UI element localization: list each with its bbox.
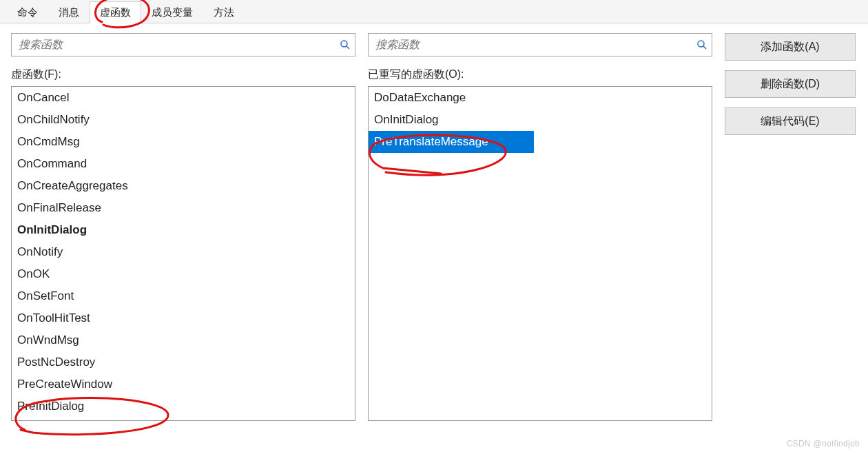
- list-item[interactable]: OnOK: [12, 263, 355, 285]
- list-item[interactable]: OnCommand: [12, 153, 355, 175]
- svg-line-1: [347, 46, 349, 49]
- tab-member-variables[interactable]: 成员变量: [141, 1, 203, 23]
- search-icon: [340, 39, 351, 50]
- svg-point-0: [341, 41, 347, 47]
- list-item[interactable]: OnInitDialog: [12, 219, 355, 241]
- search-left[interactable]: [11, 33, 355, 56]
- watermark-text: CSDN @notfindjob: [787, 439, 860, 448]
- edit-code-button[interactable]: 编辑代码(E): [725, 107, 856, 135]
- delete-function-button[interactable]: 删除函数(D): [725, 70, 856, 98]
- list-item[interactable]: PreTranslateMessage: [369, 131, 534, 153]
- list-item[interactable]: OnCreateAggregates: [12, 175, 355, 197]
- tab-messages[interactable]: 消息: [48, 1, 90, 23]
- add-function-button[interactable]: 添加函数(A): [725, 33, 856, 61]
- list-item[interactable]: DoDataExchange: [369, 87, 712, 109]
- overridden-functions-list[interactable]: DoDataExchangeOnInitDialogPreTranslateMe…: [368, 86, 712, 421]
- left-column: 虚函数(F): OnCancelOnChildNotifyOnCmdMsgOnC…: [11, 33, 355, 421]
- search-mid-input[interactable]: [374, 38, 696, 52]
- list-item[interactable]: OnCancel: [12, 87, 355, 109]
- list-item[interactable]: PreCreateWindow: [12, 373, 355, 395]
- list-item[interactable]: OnToolHitTest: [12, 307, 355, 329]
- tab-virtual-functions[interactable]: 虚函数: [90, 1, 141, 23]
- mid-list-label: 已重写的虚函数(O):: [368, 68, 712, 82]
- tab-commands[interactable]: 命令: [7, 1, 48, 23]
- tab-bar: 命令 消息 虚函数 成员变量 方法: [0, 0, 868, 23]
- list-item[interactable]: PreSubclassWindow: [12, 417, 355, 421]
- list-item[interactable]: OnInitDialog: [369, 109, 712, 131]
- list-item[interactable]: OnChildNotify: [12, 109, 355, 131]
- search-left-input[interactable]: [17, 38, 340, 52]
- svg-point-2: [698, 41, 704, 47]
- list-item[interactable]: PostNcDestroy: [12, 351, 355, 373]
- middle-column: 已重写的虚函数(O): DoDataExchangeOnInitDialogPr…: [368, 33, 712, 421]
- search-mid[interactable]: [368, 33, 712, 56]
- list-item[interactable]: OnSetFont: [12, 285, 355, 307]
- left-list-label: 虚函数(F):: [11, 68, 355, 82]
- right-column: 添加函数(A) 删除函数(D) 编辑代码(E): [725, 33, 856, 135]
- svg-line-3: [703, 46, 706, 49]
- virtual-functions-list[interactable]: OnCancelOnChildNotifyOnCmdMsgOnCommandOn…: [11, 86, 355, 421]
- list-item[interactable]: OnWndMsg: [12, 329, 355, 351]
- list-item[interactable]: PreInitDialog: [12, 395, 355, 417]
- search-icon: [696, 39, 707, 50]
- list-item[interactable]: OnNotify: [12, 241, 355, 263]
- list-item[interactable]: OnFinalRelease: [12, 197, 355, 219]
- list-item[interactable]: OnCmdMsg: [12, 131, 355, 153]
- main-area: 虚函数(F): OnCancelOnChildNotifyOnCmdMsgOnC…: [0, 23, 868, 428]
- tab-methods[interactable]: 方法: [203, 1, 245, 23]
